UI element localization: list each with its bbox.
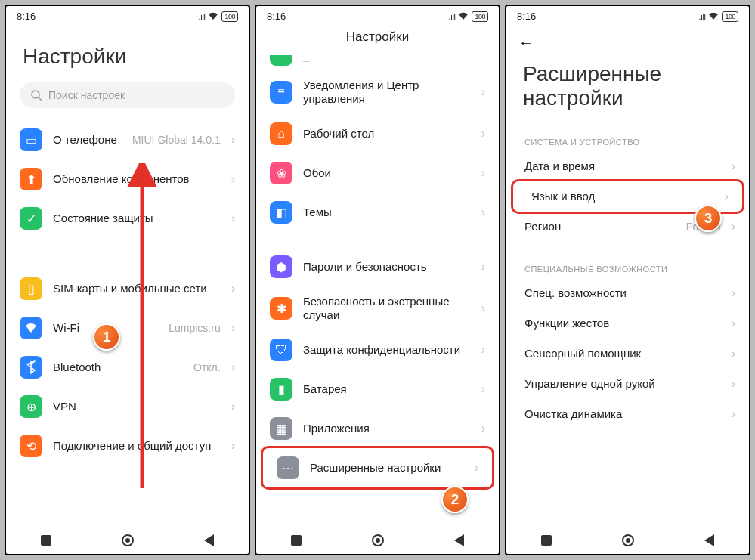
section-system-device: СИСТЕМА И УСТРОЙСТВО (506, 124, 749, 151)
battery-settings-icon: ▮ (270, 378, 292, 401)
wifi-icon (708, 12, 719, 20)
svg-line-1 (39, 97, 42, 101)
recents-button[interactable] (41, 535, 51, 546)
item-passwords-security[interactable]: ⬢ Пароли и безопасность › (256, 247, 499, 286)
chevron-right-icon: › (481, 85, 485, 99)
item-speaker-clean[interactable]: Очистка динамика › (506, 399, 749, 429)
screen-3-advanced-settings: 8:16 .ıll 100 ← Расширенные настройки СИ… (505, 5, 750, 555)
partial-icon (270, 55, 292, 66)
back-button[interactable] (204, 534, 214, 546)
chevron-right-icon: › (481, 166, 485, 180)
navigation-bar (256, 525, 499, 554)
step-badge-1: 1 (93, 323, 120, 351)
signal-icon: .ıll (198, 12, 205, 21)
battery-icon: 100 (221, 11, 238, 22)
item-value: MIUI Global 14.0.1 (132, 134, 221, 146)
item-label: Функции жестов (524, 317, 721, 330)
item-cut-top[interactable]: – (256, 51, 499, 70)
item-label: Очистка динамика (524, 407, 721, 421)
signal-icon: .ıll (448, 12, 455, 21)
status-bar: 8:16 .ıll 100 (256, 6, 499, 23)
item-themes[interactable]: ◧ Темы › (256, 193, 499, 232)
status-icons: .ıll 100 (198, 11, 238, 22)
chevron-right-icon: › (732, 159, 735, 173)
search-input[interactable]: Поиск настроек (20, 82, 235, 108)
item-about-phone[interactable]: ▭ О телефоне MIUI Global 14.0.1 › (6, 120, 249, 159)
item-label: Регион (524, 220, 676, 234)
back-button[interactable] (704, 534, 714, 546)
item-privacy[interactable]: 🛡 Защита конфиденциальности › (256, 330, 499, 370)
item-date-time[interactable]: Дата и время › (506, 151, 749, 181)
wifi-icon (458, 12, 469, 20)
item-sensor-assistant[interactable]: Сенсорный помощник › (506, 339, 749, 369)
battery-icon: 100 (722, 11, 738, 22)
navigation-bar (6, 525, 249, 554)
status-icons: .ıll 100 (698, 11, 738, 22)
page-title: Настройки (268, 29, 487, 45)
chevron-right-icon: › (231, 282, 235, 295)
chevron-right-icon: › (481, 127, 485, 141)
privacy-icon: 🛡 (270, 339, 292, 361)
chevron-right-icon: › (732, 407, 735, 421)
emergency-icon: ✱ (270, 297, 292, 320)
item-apps[interactable]: ▦ Приложения › (256, 409, 499, 448)
status-bar: 8:16 .ıll 100 (6, 6, 249, 23)
item-wallpaper[interactable]: ❀ Обои › (256, 153, 499, 193)
search-icon (30, 89, 42, 101)
item-notifications-control[interactable]: ≡ Уведомления и Центр управления › (256, 70, 499, 114)
item-label: Расширенные настройки (310, 461, 464, 475)
item-label: Дата и время (524, 159, 721, 173)
chevron-right-icon: › (481, 260, 485, 274)
advanced-icon: ⋯ (277, 456, 299, 479)
page-title: Настройки (6, 23, 249, 82)
step-badge-3: 3 (695, 205, 722, 232)
home-button[interactable] (372, 534, 384, 546)
chevron-right-icon: › (231, 439, 235, 453)
chevron-right-icon: › (231, 321, 235, 335)
chevron-right-icon: › (475, 461, 478, 475)
item-label: Обои (303, 166, 471, 180)
home-button[interactable] (122, 534, 134, 546)
item-gesture-functions[interactable]: Функции жестов › (506, 308, 749, 339)
wifi-icon (208, 12, 218, 20)
item-label: Батарея (303, 382, 471, 396)
item-label: Приложения (303, 422, 471, 435)
home-button[interactable] (622, 534, 634, 546)
notification-icon: ≡ (270, 81, 292, 104)
wallpaper-icon: ❀ (270, 162, 292, 184)
item-safety-emergency[interactable]: ✱ Безопасность и экстренные случаи › (256, 286, 499, 330)
sim-icon: ▯ (20, 277, 42, 300)
item-label: Пароли и безопасность (303, 260, 471, 274)
share-icon: ⟲ (20, 435, 42, 457)
wifi-settings-icon (20, 317, 42, 339)
chevron-right-icon: › (481, 206, 485, 219)
clock: 8:16 (17, 11, 36, 22)
shield-icon: ✓ (20, 207, 42, 230)
back-arrow-icon[interactable]: ← (518, 34, 534, 51)
item-label: Темы (303, 206, 471, 219)
recents-button[interactable] (541, 535, 552, 546)
home-screen-icon: ⌂ (270, 122, 292, 145)
chevron-right-icon: › (732, 377, 735, 391)
chevron-right-icon: › (725, 190, 729, 203)
chevron-right-icon: › (481, 343, 485, 357)
lock-icon: ⬢ (270, 255, 292, 278)
chevron-right-icon: › (732, 286, 735, 300)
item-one-hand-mode[interactable]: Управление одной рукой › (506, 369, 749, 399)
screen-1-settings: 8:16 .ıll 100 Настройки Поиск настроек ▭… (5, 5, 250, 555)
item-advanced-settings[interactable]: ⋯ Расширенные настройки › (263, 448, 492, 487)
item-home-screen[interactable]: ⌂ Рабочий стол › (256, 114, 499, 153)
item-accessibility[interactable]: Спец. возможности › (506, 278, 749, 308)
recents-button[interactable] (291, 535, 302, 546)
back-button[interactable] (454, 534, 464, 546)
item-value: Lumpics.ru (169, 322, 220, 334)
advanced-list: СИСТЕМА И УСТРОЙСТВО Дата и время › Язык… (506, 124, 749, 525)
svg-point-0 (32, 91, 39, 98)
section-accessibility: СПЕЦИАЛЬНЫЕ ВОЗМОЖНОСТИ (506, 242, 749, 278)
item-label: О телефоне (53, 133, 122, 147)
item-label: Управление одной рукой (524, 377, 721, 391)
header: Настройки (256, 23, 499, 45)
update-icon: ⬆ (20, 168, 42, 190)
item-battery[interactable]: ▮ Батарея › (256, 370, 499, 409)
chevron-right-icon: › (732, 220, 735, 234)
